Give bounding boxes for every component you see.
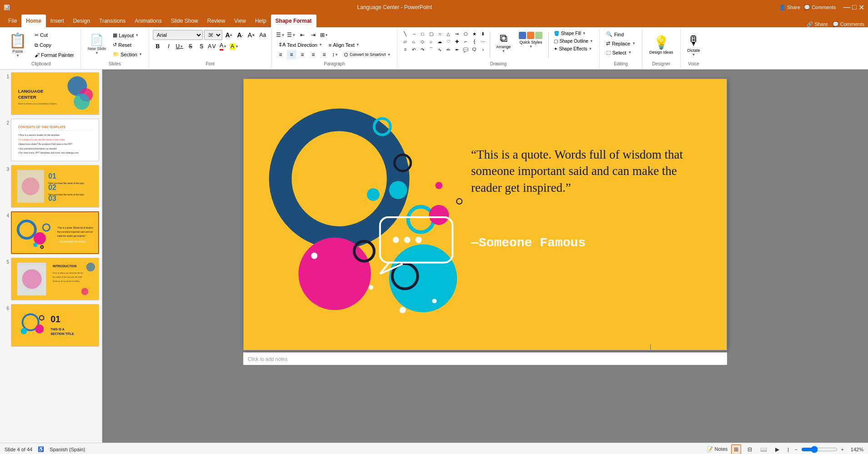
shape-arc[interactable]: ⌒ — [427, 46, 435, 53]
shape-star[interactable]: ★ — [470, 30, 478, 37]
slide-thumbnail-4[interactable]: 4 "This is a quote. Words full of wisdom… — [2, 210, 100, 255]
slide-canvas[interactable]: ⌖ “This is a quote. Words full of wisdom… — [243, 79, 727, 350]
paste-button[interactable]: 📋 Paste ▼ — [5, 30, 30, 60]
shape-wave[interactable]: ∿ — [436, 46, 444, 53]
new-slide-button[interactable]: 📄 New Slide ▼ — [85, 33, 110, 57]
add-columns-button[interactable]: ⊞ ▼ — [319, 30, 329, 40]
shape-heart[interactable]: ♡ — [444, 38, 452, 45]
shape-parallelogram[interactable]: ▱ — [401, 38, 409, 45]
find-button[interactable]: 🔍 Find — [603, 30, 627, 39]
shape-line[interactable]: ╲ — [401, 30, 409, 37]
tab-view[interactable]: View — [230, 15, 251, 27]
tab-slideshow[interactable]: Slide Show — [166, 15, 203, 27]
align-center-button[interactable]: ≡ — [286, 50, 296, 60]
shape-curved-arrow2[interactable]: ↷ — [418, 46, 426, 53]
change-case-button[interactable]: Aa — [258, 30, 268, 40]
shape-freeform[interactable]: ✏ — [444, 46, 452, 53]
copy-button[interactable]: ⧉ Copy — [32, 41, 77, 50]
justify-button[interactable]: ≡ — [308, 50, 318, 60]
shape-more[interactable]: ⬇ — [479, 30, 487, 37]
slide-img-2[interactable]: CONTENTS OF THIS TEMPLATE • Here is a se… — [11, 119, 99, 161]
font-decrease-button[interactable]: A- — [235, 30, 245, 40]
font-increase-button[interactable]: A+ — [224, 30, 234, 40]
comments-link[interactable]: 💬 Comments — [833, 21, 864, 27]
align-text-button[interactable]: ≡ Align Text ▼ — [326, 40, 362, 49]
tab-shapeformat[interactable]: Shape Format — [271, 15, 316, 27]
line-spacing-button[interactable]: ↕ ▼ — [330, 50, 340, 60]
strikethrough-button[interactable]: S — [186, 41, 196, 51]
arrange-button[interactable]: ⧉ Arrange ▼ — [493, 30, 514, 55]
shadow-button[interactable]: S — [196, 41, 206, 51]
shape-dots[interactable]: ··· — [479, 38, 487, 45]
shape-right-arrow[interactable]: ⇒ — [453, 30, 461, 37]
tab-help[interactable]: Help — [251, 15, 271, 27]
maximize-button[interactable]: □ — [852, 3, 857, 11]
shape-trapezoid[interactable]: ⏢ — [410, 38, 418, 45]
reset-button[interactable]: ↺ Reset — [110, 40, 145, 49]
numbering-button[interactable]: ☰ ▼ — [286, 30, 296, 40]
italic-button[interactable]: I — [164, 41, 174, 51]
shape-curved-arrow[interactable]: ↶ — [410, 46, 418, 53]
replace-button[interactable]: ⇄ Replace ▼ — [603, 39, 638, 48]
slide-img-4[interactable]: "This is a quote. Words full of wisdom t… — [11, 211, 99, 254]
quick-styles-button[interactable]: Quick Styles ▼ — [516, 30, 546, 50]
tab-design[interactable]: Design — [69, 15, 95, 27]
char-spacing-button[interactable]: AV — [207, 41, 217, 51]
shape-chevron[interactable]: › — [479, 46, 487, 53]
shape-fill-button[interactable]: 🪣 Shape Fill ▼ — [552, 30, 595, 37]
shape-cross[interactable]: ✚ — [453, 38, 461, 45]
comments-button[interactable]: 💬 Comments — [804, 5, 836, 10]
shape-cylinder[interactable]: ⌕ — [427, 38, 435, 45]
tab-animations[interactable]: Animations — [130, 15, 166, 27]
slide-thumbnail-2[interactable]: 2 CONTENTS OF THIS TEMPLATE • Here is a … — [2, 118, 100, 162]
cut-button[interactable]: ✂ Cut — [32, 31, 77, 40]
presentation-view-button[interactable]: ▶ — [772, 444, 782, 454]
shape-arrow-line[interactable]: → — [410, 30, 418, 37]
slide-img-1[interactable]: LANGUAGE CENTER Here is where your prese… — [11, 72, 99, 115]
shape-eq[interactable]: = — [401, 46, 409, 53]
shape-scribble[interactable]: ✒ — [453, 46, 461, 53]
slide-thumbnail-5[interactable]: 5 INTRODUCTION Here is where you describ… — [2, 257, 100, 301]
format-painter-button[interactable]: 🖌 Format Painter — [32, 51, 77, 59]
shape-callout2[interactable]: 🗨 — [470, 46, 478, 53]
tab-transitions[interactable]: Transitions — [95, 15, 130, 27]
slide-img-5[interactable]: INTRODUCTION Here is where you describe … — [11, 258, 99, 300]
notes-area[interactable]: Click to add notes — [243, 352, 727, 365]
align-left-button[interactable]: ≡ — [276, 50, 286, 60]
normal-view-button[interactable]: ⊞ — [731, 444, 741, 454]
slide-thumbnail-1[interactable]: 1 LANGUAGE CENTER Here is where your pre… — [2, 71, 100, 116]
close-button[interactable]: ✕ — [858, 3, 864, 12]
text-direction-button[interactable]: ⇕A Text Direction ▼ — [276, 40, 325, 49]
convert-smartart-button[interactable]: ⌬ Convert to SmartArt ▼ — [341, 50, 393, 60]
slide-img-3[interactable]: 01 Here you have the name of the topic 0… — [11, 165, 99, 208]
align-right-button[interactable]: ≡ — [297, 50, 307, 60]
font-color-button[interactable]: A ▼ — [218, 41, 228, 51]
section-button[interactable]: 📁 Section ▼ — [110, 50, 145, 59]
underline-button[interactable]: U ▼ — [175, 41, 185, 51]
distributed-button[interactable]: ≡ — [319, 50, 329, 60]
increase-indent-button[interactable]: ⇥ — [308, 30, 318, 40]
bullets-button[interactable]: ☰ ▼ — [276, 30, 286, 40]
font-clear-button[interactable]: A✕ — [246, 30, 256, 40]
shape-round-rect[interactable]: ▢ — [427, 30, 435, 37]
zoom-slider[interactable] — [801, 446, 838, 453]
slide-thumbnail-3[interactable]: 3 01 Here you have the name of the topic… — [2, 164, 100, 209]
shape-cloud[interactable]: ☁ — [436, 38, 444, 45]
shape-brace[interactable]: { — [470, 38, 478, 45]
bold-button[interactable]: B — [153, 41, 163, 51]
share-button[interactable]: 👤 Share — [779, 5, 800, 10]
reading-view-button[interactable]: 📖 — [758, 444, 768, 454]
select-button[interactable]: ⬚ Select ▼ — [603, 48, 635, 57]
dictate-button[interactable]: 🎙 Dictate ▼ — [684, 31, 703, 59]
shape-diamond[interactable]: ◇ — [418, 38, 426, 45]
layout-button[interactable]: ▦ Layout ▼ — [110, 31, 145, 40]
font-size-select[interactable]: 36 — [204, 30, 222, 40]
shape-bracket[interactable]: ⌐ — [462, 38, 470, 45]
tab-review[interactable]: Review — [203, 15, 230, 27]
font-name-select[interactable]: Arial — [153, 30, 203, 40]
slide-img-6[interactable]: 01 THIS IS A SECTION TITLE — [11, 304, 99, 347]
shape-callout1[interactable]: 💬 — [462, 46, 470, 53]
shape-rect[interactable]: □ — [418, 30, 426, 37]
shape-effects-button[interactable]: ✦ Shape Effects ▼ — [552, 45, 595, 52]
shape-pentagon[interactable]: ⬠ — [462, 30, 470, 37]
